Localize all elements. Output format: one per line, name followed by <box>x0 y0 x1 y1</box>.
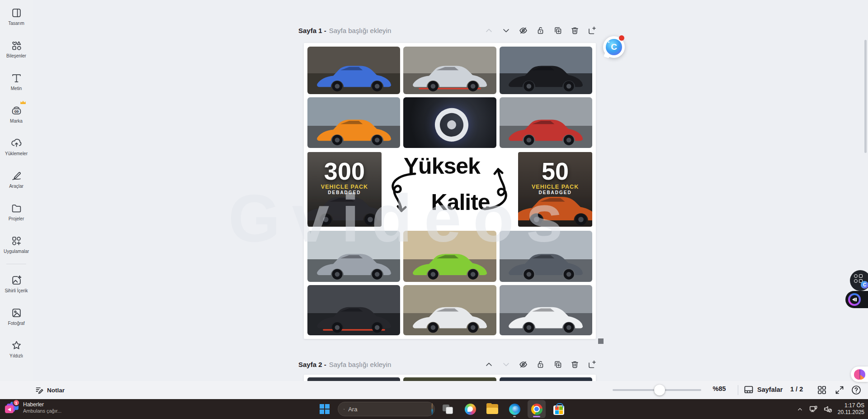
delete-icon[interactable] <box>570 26 580 35</box>
page-title[interactable]: Sayfa 2 - <box>298 361 326 368</box>
pages-button[interactable]: Sayfalar <box>744 385 783 395</box>
sidebar-item-uploads[interactable]: Yüklemeler <box>0 130 33 163</box>
canva-assistant-bubble[interactable]: C ✦ <box>603 36 625 58</box>
canvas-image-cell[interactable] <box>403 231 496 282</box>
volume-muted-icon[interactable] <box>823 405 832 414</box>
sidebar-item-projects[interactable]: Projeler <box>0 195 33 228</box>
fullscreen-button[interactable] <box>834 385 845 395</box>
notes-button[interactable]: Notlar <box>35 384 65 396</box>
elements-icon <box>11 40 22 51</box>
duplicate-icon[interactable] <box>553 360 562 369</box>
page1-grid-top <box>307 47 592 148</box>
canvas-image-cell[interactable] <box>500 231 592 282</box>
banner-right[interactable]: 50 VEHICLE PACK DEBADGED <box>518 152 592 227</box>
duplicate-icon[interactable] <box>553 26 562 35</box>
sidebar-item-brand[interactable]: co Marka <box>0 98 33 130</box>
sidebar-item-label: Fotoğraf <box>8 321 24 326</box>
page-title[interactable]: Sayfa 1 - <box>298 27 326 34</box>
banner-number: 50 <box>542 159 569 183</box>
taskbar-search[interactable] <box>338 402 435 416</box>
banner-left[interactable]: 300 VEHICLE PACK DEBADGED <box>307 152 382 227</box>
widgets-icon: 1 <box>5 400 19 415</box>
page1-header: Sayfa 1 - Sayfa başlığı ekleyin <box>298 24 597 36</box>
sidebar-divider <box>6 264 26 264</box>
page-subtitle[interactable]: Sayfa başlığı ekleyin <box>329 27 392 34</box>
task-view-button[interactable] <box>439 400 457 418</box>
sidebar-item-label: Uygulamalar <box>4 249 29 254</box>
hide-icon[interactable] <box>519 26 528 35</box>
add-page-icon[interactable] <box>587 26 597 35</box>
clock-time: 1:17 ÖS <box>838 402 864 409</box>
canvas-image-cell[interactable] <box>307 231 400 282</box>
extension-shapes-button[interactable]: C <box>850 270 868 291</box>
grid-view-button[interactable] <box>816 385 827 395</box>
unlock-icon[interactable] <box>536 26 545 35</box>
widgets-button[interactable]: 1 Haberler Ambulans çağır... <box>5 400 61 415</box>
page-indicator: 1 / 2 <box>790 386 803 393</box>
delete-icon[interactable] <box>570 360 580 369</box>
widgets-subtitle: Ambulans çağır... <box>23 408 61 414</box>
task-view-icon <box>443 404 453 414</box>
system-tray: 1:17 ÖS 20.11.2025 <box>797 399 864 419</box>
sidebar-item-text[interactable]: Metin <box>0 65 33 98</box>
sidebar-item-design[interactable]: Tasarım <box>0 0 33 33</box>
banner-subtitle: DEBADGED <box>538 190 571 195</box>
unlock-icon[interactable] <box>536 360 545 369</box>
file-explorer-button[interactable] <box>483 400 501 418</box>
page-subtitle[interactable]: Sayfa başlığı ekleyin <box>329 361 392 368</box>
sidebar-item-photos[interactable]: Fotoğraf <box>0 300 33 333</box>
taskbar-clock[interactable]: 1:17 ÖS 20.11.2025 <box>838 402 864 416</box>
canvas-image-cell[interactable] <box>403 47 496 94</box>
car-silhouette <box>314 244 394 281</box>
edge-button[interactable] <box>505 400 524 418</box>
apps-icon <box>11 235 22 247</box>
car-silhouette <box>506 58 586 93</box>
search-input[interactable] <box>348 406 428 413</box>
chevron-up-icon[interactable] <box>797 406 803 413</box>
canvas-image-cell[interactable] <box>403 285 496 335</box>
help-button[interactable] <box>851 385 862 395</box>
canvas-image-cell[interactable] <box>307 285 400 335</box>
car-silhouette <box>314 298 394 334</box>
widgets-title: Haberler <box>23 401 61 408</box>
window-scrollbar[interactable] <box>864 40 867 153</box>
zoom-percent[interactable]: %85 <box>709 385 730 392</box>
widgets-badge: 1 <box>13 399 20 406</box>
canvas-image-cell[interactable] <box>307 97 400 148</box>
notes-icon <box>35 386 44 395</box>
canvas-scroll-indicator[interactable] <box>598 338 604 344</box>
sidebar-item-label: Metin <box>11 86 22 91</box>
canvas-image-cell[interactable] <box>307 47 400 94</box>
canvas-image-cell[interactable] <box>500 47 592 94</box>
move-down-icon[interactable] <box>501 26 511 35</box>
notes-label: Notlar <box>47 387 65 394</box>
copilot-button[interactable] <box>461 400 479 418</box>
move-up-icon[interactable] <box>484 360 494 369</box>
page1-canvas[interactable]: 300 VEHICLE PACK DEBADGED Yüksek Kalite … <box>304 43 596 339</box>
hide-icon[interactable] <box>519 360 528 369</box>
photos-icon <box>11 307 22 319</box>
zoom-slider-thumb[interactable] <box>654 385 665 395</box>
banner-center[interactable]: Yüksek Kalite <box>383 152 516 227</box>
start-button[interactable] <box>316 400 334 418</box>
sidebar-item-magic-content[interactable]: Sihirli İçerik <box>0 267 33 300</box>
move-down-icon[interactable] <box>501 360 511 369</box>
network-icon[interactable] <box>809 405 818 414</box>
extension-recorder-button[interactable] <box>845 291 868 308</box>
starred-icon <box>11 340 22 351</box>
sidebar-item-apps[interactable]: Uygulamalar <box>0 228 33 261</box>
store-button[interactable] <box>550 400 568 418</box>
canvas-image-cell[interactable] <box>500 285 592 335</box>
add-page-icon[interactable] <box>587 360 597 369</box>
zoom-slider[interactable] <box>613 389 701 391</box>
move-up-icon[interactable] <box>484 26 494 35</box>
canvas-image-cell[interactable] <box>500 97 592 148</box>
sidebar-item-tools[interactable]: Araçlar <box>0 163 33 195</box>
chrome-button[interactable] <box>528 400 546 418</box>
clock-date: 20.11.2025 <box>838 409 864 416</box>
canvas-image-cell[interactable] <box>403 97 496 148</box>
sidebar-item-elements[interactable]: Bileşenler <box>0 33 33 65</box>
car-silhouette <box>314 110 394 147</box>
sidebar-item-starred[interactable]: Yıldızlı <box>0 333 33 365</box>
ai-extension-tab[interactable] <box>851 367 868 382</box>
